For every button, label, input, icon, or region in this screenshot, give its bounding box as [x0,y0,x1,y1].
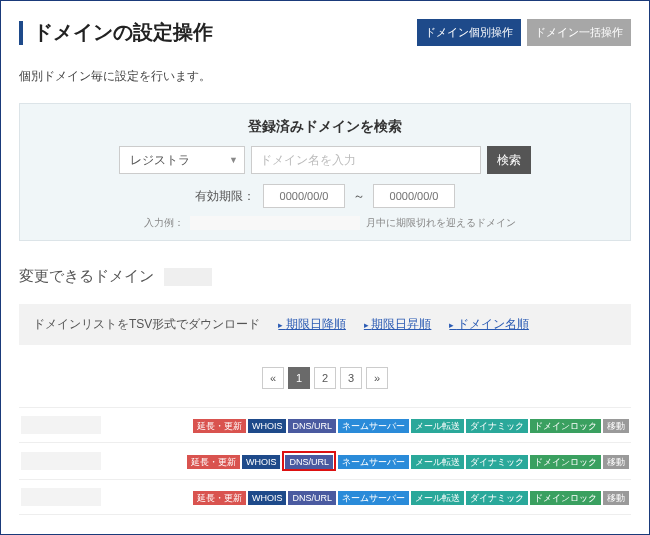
tag-dyn[interactable]: ダイナミック [466,491,528,505]
sort-domain-name-link[interactable]: ドメイン名順 [449,316,529,333]
tag-renew[interactable]: 延長・更新 [193,419,246,433]
tag-mailfw[interactable]: メール転送 [411,491,464,505]
tag-wrap-mailfw: メール転送 [411,418,464,432]
tag-dyn[interactable]: ダイナミック [466,419,528,433]
lead-text: 個別ドメイン毎に設定を行います。 [19,68,631,85]
action-tags: 延長・更新WHOISDNS/URLネームサーバーメール転送ダイナミックドメインロ… [193,490,629,504]
tag-lock[interactable]: ドメインロック [530,419,601,433]
expiry-label: 有効期限： [195,188,255,205]
pager-next[interactable]: » [366,367,388,389]
tag-renew[interactable]: 延長・更新 [187,455,240,469]
tag-whois[interactable]: WHOIS [248,419,287,433]
tag-wrap-move: 移動 [603,490,629,504]
tag-whois[interactable]: WHOIS [248,491,287,505]
page-title: ドメインの設定操作 [19,19,213,46]
tag-wrap-dnsurl: DNS/URL [282,451,336,471]
expiry-from-input[interactable] [263,184,345,208]
expiry-to-input[interactable] [373,184,455,208]
registrar-select-label: レジストラ [130,152,190,169]
tag-wrap-dyn: ダイナミック [466,490,528,504]
domain-name-input[interactable] [251,146,481,174]
pager-page-1[interactable]: 1 [288,367,310,389]
tag-ns[interactable]: ネームサーバー [338,491,409,505]
domain-name-placeholder [21,416,101,434]
tag-wrap-mailfw: メール転送 [411,490,464,504]
domain-row: 延長・更新WHOISDNS/URLネームサーバーメール転送ダイナミックドメインロ… [19,408,631,443]
tag-mailfw[interactable]: メール転送 [411,455,464,469]
tag-lock[interactable]: ドメインロック [530,455,601,469]
tag-wrap-lock: ドメインロック [530,418,601,432]
download-tsv-label: ドメインリストをTSV形式でダウンロード [33,316,260,333]
tag-move[interactable]: 移動 [603,419,629,433]
tag-wrap-ns: ネームサーバー [338,454,409,468]
domain-bulk-button[interactable]: ドメイン一括操作 [527,19,631,46]
search-title: 登録済みドメインを検索 [34,118,616,136]
tag-move[interactable]: 移動 [603,455,629,469]
tag-wrap-ns: ネームサーバー [338,490,409,504]
domain-row: 延長・更新WHOISDNS/URLネームサーバーメール転送ダイナミックドメインロ… [19,443,631,480]
date-tilde: ～ [353,188,365,205]
tag-wrap-whois: WHOIS [242,454,281,468]
tag-wrap-dyn: ダイナミック [466,454,528,468]
hint-tail: 月中に期限切れを迎えるドメイン [366,216,516,230]
pager-page-2[interactable]: 2 [314,367,336,389]
section-label: 変更できるドメイン [19,267,154,286]
tag-wrap-dnsurl: DNS/URL [288,418,336,432]
tag-ns[interactable]: ネームサーバー [338,419,409,433]
action-tags: 延長・更新WHOISDNS/URLネームサーバーメール転送ダイナミックドメインロ… [193,418,629,432]
domain-count-placeholder [164,268,212,286]
chevron-down-icon: ▼ [229,155,238,165]
domain-name-placeholder [21,488,101,506]
tag-dnsurl[interactable]: DNS/URL [288,419,336,433]
domain-row: 延長・更新WHOISDNS/URLネームサーバーメール転送ダイナミックドメインロ… [19,480,631,515]
pager-page-3[interactable]: 3 [340,367,362,389]
tag-wrap-mailfw: メール転送 [411,454,464,468]
sort-expiry-asc-link[interactable]: 期限日昇順 [364,316,432,333]
tag-wrap-whois: WHOIS [248,418,287,432]
tag-ns[interactable]: ネームサーバー [338,455,409,469]
hint-label: 入力例： [144,216,184,230]
tag-lock[interactable]: ドメインロック [530,491,601,505]
tag-wrap-dyn: ダイナミック [466,418,528,432]
tag-whois[interactable]: WHOIS [242,455,281,469]
search-panel: 登録済みドメインを検索 レジストラ ▼ 検索 有効期限： ～ 入力例： 月中に期… [19,103,631,241]
pager-prev[interactable]: « [262,367,284,389]
pager: «123» [19,367,631,389]
tag-wrap-dnsurl: DNS/URL [288,490,336,504]
title-accent-bar [19,21,23,45]
download-bar: ドメインリストをTSV形式でダウンロード 期限日降順 期限日昇順 ドメイン名順 [19,304,631,345]
tag-wrap-move: 移動 [603,454,629,468]
tag-renew[interactable]: 延長・更新 [193,491,246,505]
hint-example-placeholder [190,216,360,230]
tag-wrap-lock: ドメインロック [530,454,601,468]
tag-wrap-move: 移動 [603,418,629,432]
tag-wrap-whois: WHOIS [248,490,287,504]
action-tags: 延長・更新WHOISDNS/URLネームサーバーメール転送ダイナミックドメインロ… [187,451,629,471]
tag-move[interactable]: 移動 [603,491,629,505]
search-button[interactable]: 検索 [487,146,531,174]
registrar-select[interactable]: レジストラ ▼ [119,146,245,174]
domain-name-placeholder [21,452,101,470]
tag-wrap-ns: ネームサーバー [338,418,409,432]
tag-mailfw[interactable]: メール転送 [411,419,464,433]
tag-dnsurl[interactable]: DNS/URL [288,491,336,505]
tag-dyn[interactable]: ダイナミック [466,455,528,469]
tag-wrap-lock: ドメインロック [530,490,601,504]
tag-wrap-renew: 延長・更新 [193,418,246,432]
domain-individual-button[interactable]: ドメイン個別操作 [417,19,521,46]
tag-wrap-renew: 延長・更新 [187,454,240,468]
sort-expiry-desc-link[interactable]: 期限日降順 [278,316,346,333]
page-title-text: ドメインの設定操作 [33,19,213,46]
tag-dnsurl[interactable]: DNS/URL [285,455,333,469]
tag-wrap-renew: 延長・更新 [193,490,246,504]
